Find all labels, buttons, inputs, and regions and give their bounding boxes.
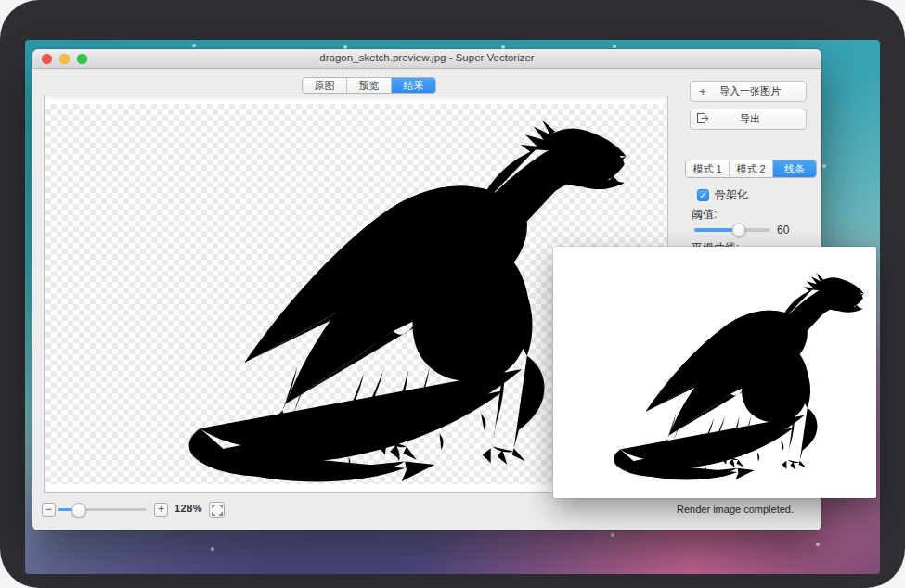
original-dragon-sketch-image xyxy=(559,252,871,492)
original-image-preview-card xyxy=(553,247,876,498)
threshold-label: 阈值: xyxy=(692,207,717,223)
render-status-text: Render image completed. xyxy=(677,504,794,515)
window-title: dragon_sketch.preview.jpg - Super Vector… xyxy=(32,52,821,63)
star-dot xyxy=(611,533,614,537)
zoom-in-button[interactable]: + xyxy=(154,503,168,517)
fullscreen-icon xyxy=(212,505,223,516)
export-button[interactable]: 导出 xyxy=(690,109,807,130)
star-dot xyxy=(211,547,214,551)
canvas-zoom-slider-thumb[interactable] xyxy=(71,503,86,518)
mode-segmented-control: 模式 1 模式 2 线条 xyxy=(685,160,817,178)
import-image-button[interactable]: + 导入一张图片 xyxy=(690,81,807,102)
titlebar[interactable]: dragon_sketch.preview.jpg - Super Vector… xyxy=(32,49,821,69)
star-dot xyxy=(613,45,616,48)
star-dot xyxy=(816,543,820,546)
plus-icon: + xyxy=(691,85,715,97)
zoom-level-value: 128% xyxy=(175,503,202,514)
tab-preview[interactable]: 预览 xyxy=(347,78,392,93)
import-button-label: 导入一张图片 xyxy=(715,84,785,98)
segment-mode-1[interactable]: 模式 1 xyxy=(686,160,730,177)
star-dot xyxy=(192,44,196,47)
canvas-zoom-slider[interactable] xyxy=(58,508,147,511)
threshold-value: 60 xyxy=(777,224,789,236)
skeletonize-label: 骨架化 xyxy=(715,187,748,203)
zoom-out-button[interactable]: − xyxy=(42,503,56,517)
skeletonize-row: ✓ 骨架化 xyxy=(697,187,748,203)
export-button-label: 导出 xyxy=(715,112,785,126)
segment-mode-2[interactable]: 模式 2 xyxy=(730,160,773,177)
threshold-slider-thumb[interactable] xyxy=(731,224,745,237)
skeletonize-checkbox[interactable]: ✓ xyxy=(697,189,709,201)
threshold-slider[interactable] xyxy=(694,228,770,232)
segment-lines[interactable]: 线条 xyxy=(773,160,816,177)
star-dot xyxy=(822,164,826,168)
screenshot-stage: dragon_sketch.preview.jpg - Super Vector… xyxy=(0,0,905,588)
export-arrow-icon xyxy=(691,113,715,125)
fit-to-screen-button[interactable] xyxy=(209,502,225,518)
view-tab-group: 原图 预览 结果 xyxy=(302,77,436,94)
tab-result[interactable]: 结果 xyxy=(392,78,435,93)
tab-original[interactable]: 原图 xyxy=(303,78,347,93)
